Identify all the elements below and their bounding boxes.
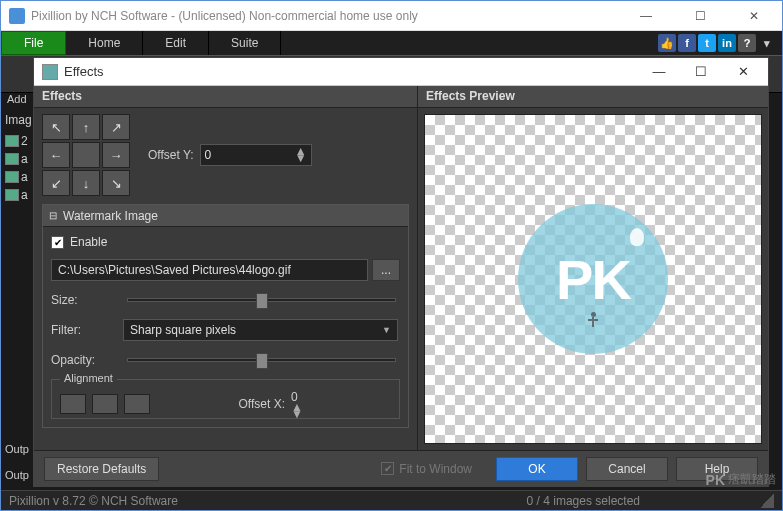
preview-canvas: PK <box>424 114 762 444</box>
path-value: C:\Users\Pictures\Saved Pictures\44logo.… <box>58 263 291 277</box>
dialog-icon <box>42 64 58 80</box>
linkedin-icon[interactable]: in <box>718 34 736 52</box>
output-label-1: Outp <box>5 443 29 455</box>
align-w-button[interactable]: ← <box>42 142 70 168</box>
ok-button[interactable]: OK <box>496 457 578 481</box>
menu-file[interactable]: File <box>1 31 66 55</box>
restore-defaults-button[interactable]: Restore Defaults <box>44 457 159 481</box>
filter-select[interactable]: Sharp square pixels ▼ <box>123 319 398 341</box>
main-titlebar: Pixillion by NCH Software - (Unlicensed)… <box>1 1 782 31</box>
section-title: Watermark Image <box>63 209 158 223</box>
align-center-button[interactable] <box>72 142 100 168</box>
align-e-button[interactable]: → <box>102 142 130 168</box>
resize-grip-icon[interactable] <box>760 494 774 508</box>
watermark-text: PK <box>556 247 630 312</box>
align-sw-button[interactable]: ↙ <box>42 170 70 196</box>
browse-button[interactable]: ... <box>372 259 400 281</box>
fit-checkbox-box: ✔ <box>381 462 394 475</box>
slider-thumb[interactable] <box>256 293 268 309</box>
offset-x2-input[interactable]: 0 ▲▼ <box>291 390 391 418</box>
dialog-maximize-button[interactable]: ☐ <box>684 64 718 79</box>
images-label: Imag <box>5 113 35 127</box>
spin-down-icon[interactable]: ▼ <box>291 411 391 418</box>
thumb-icon <box>5 135 19 147</box>
menu-suite[interactable]: Suite <box>209 31 281 55</box>
offset-y-label: Offset Y: <box>148 148 194 162</box>
minimize-button[interactable]: — <box>626 9 666 23</box>
menu-edit[interactable]: Edit <box>143 31 209 55</box>
add-label: Add <box>7 93 27 105</box>
status-selection: 0 / 4 images selected <box>527 494 640 508</box>
align-nw-button[interactable]: ↖ <box>42 114 70 140</box>
thumb-icon <box>5 153 19 165</box>
badge-pk: PK <box>706 472 725 488</box>
spin-up-icon[interactable]: ▲ <box>291 404 391 411</box>
filter-label: Filter: <box>51 323 123 337</box>
badge-text: 痞凱踏踏 <box>728 471 776 488</box>
spin-down-icon[interactable]: ▼ <box>295 155 307 162</box>
size-label: Size: <box>51 293 123 307</box>
facebook-icon[interactable]: f <box>678 34 696 52</box>
dialog-title: Effects <box>64 64 642 79</box>
dialog-close-button[interactable]: ✕ <box>726 64 760 79</box>
filter-value: Sharp square pixels <box>130 323 236 337</box>
app-title: Pixillion by NCH Software - (Unlicensed)… <box>31 9 626 23</box>
effects-dialog: Effects — ☐ ✕ Effects ↖ ↑ ↗ ← → ↙ <box>33 57 769 487</box>
align-se-button[interactable]: ↘ <box>102 170 130 196</box>
enable-checkbox[interactable]: ✔ <box>51 236 64 249</box>
alignment-legend: Alignment <box>60 372 117 384</box>
align-s-button[interactable]: ↓ <box>72 170 100 196</box>
list-item[interactable]: a <box>21 170 28 184</box>
close-button[interactable]: ✕ <box>734 9 774 23</box>
twitter-icon[interactable]: t <box>698 34 716 52</box>
output-label-2: Outp <box>5 469 29 481</box>
chevron-down-icon: ▼ <box>382 325 391 335</box>
collapse-icon[interactable]: ⊟ <box>49 210 57 221</box>
offset-x2-label: Offset X: <box>239 397 285 411</box>
list-item[interactable]: a <box>21 152 28 166</box>
fit-to-window-checkbox: ✔ Fit to Window <box>381 462 472 476</box>
enable-label: Enable <box>70 235 107 249</box>
thumb-icon <box>5 171 19 183</box>
watermark-section-header[interactable]: ⊟ Watermark Image <box>43 205 408 227</box>
alignment-fieldset: Alignment Offset X: 0 <box>51 379 400 419</box>
watermark-path-input[interactable]: C:\Users\Pictures\Saved Pictures\44logo.… <box>51 259 368 281</box>
opacity-label: Opacity: <box>51 353 123 367</box>
preview-panel-header: Effects Preview <box>418 86 768 108</box>
align2-a[interactable] <box>60 394 86 414</box>
dialog-titlebar: Effects — ☐ ✕ <box>34 58 768 86</box>
offset-y-input[interactable]: 0 ▲▼ <box>200 144 312 166</box>
fit-label: Fit to Window <box>399 462 472 476</box>
watermark-image-section: ⊟ Watermark Image ✔ Enable C:\Users\Pict… <box>42 204 409 428</box>
menubar: File Home Edit Suite 👍 f t in ? ▾ <box>1 31 782 55</box>
slider-thumb[interactable] <box>256 353 268 369</box>
align-n-button[interactable]: ↑ <box>72 114 100 140</box>
thumbnails-column: Imag 2 a a a <box>5 113 35 205</box>
size-slider[interactable] <box>127 298 396 302</box>
offset-y-value: 0 <box>205 148 212 162</box>
thumb-icon <box>5 189 19 201</box>
status-bar: Pixillion v 8.72 © NCH Software 0 / 4 im… <box>1 490 782 510</box>
watermark-badge: PK 痞凱踏踏 <box>706 471 776 488</box>
status-version: Pixillion v 8.72 © NCH Software <box>9 494 178 508</box>
alignment-grid: ↖ ↑ ↗ ← → ↙ ↓ ↘ <box>42 114 130 196</box>
menu-home[interactable]: Home <box>66 31 143 55</box>
cancel-button[interactable]: Cancel <box>586 457 668 481</box>
app-icon <box>9 8 25 24</box>
footprint-icon <box>630 228 644 246</box>
help-icon[interactable]: ? <box>738 34 756 52</box>
dialog-button-bar: Restore Defaults ✔ Fit to Window OK Canc… <box>34 450 768 486</box>
dialog-minimize-button[interactable]: — <box>642 64 676 79</box>
opacity-slider[interactable] <box>127 358 396 362</box>
maximize-button[interactable]: ☐ <box>680 9 720 23</box>
effects-panel-header: Effects <box>34 86 417 108</box>
person-silhouette-icon <box>589 312 597 334</box>
list-item[interactable]: 2 <box>21 134 28 148</box>
like-icon[interactable]: 👍 <box>658 34 676 52</box>
align2-c[interactable] <box>124 394 150 414</box>
align-ne-button[interactable]: ↗ <box>102 114 130 140</box>
align2-b[interactable] <box>92 394 118 414</box>
list-item[interactable]: a <box>21 188 28 202</box>
menu-dropdown-icon[interactable]: ▾ <box>758 34 776 52</box>
